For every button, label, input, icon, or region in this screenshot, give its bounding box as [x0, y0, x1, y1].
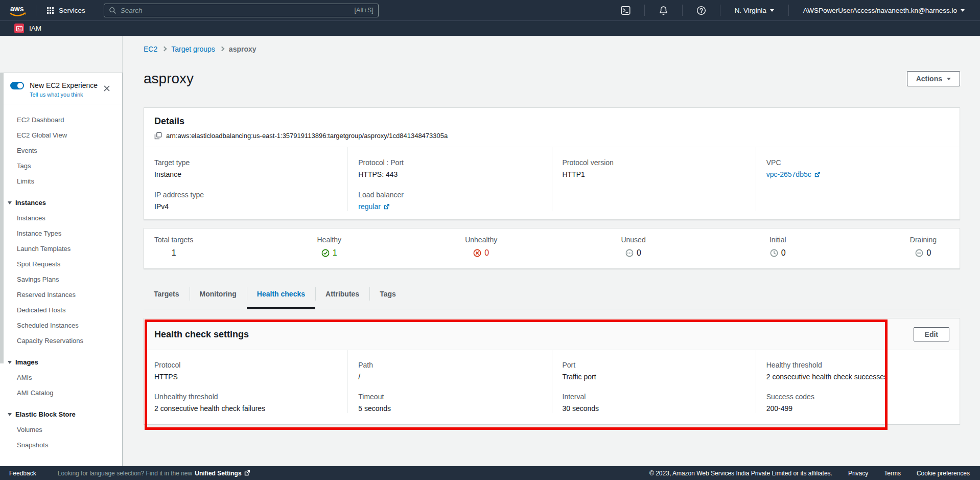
draining-minus-circle-icon	[915, 249, 923, 257]
details-card: Details arn:aws:elasticloadbalancing:us-…	[144, 107, 960, 220]
tab-attributes[interactable]: Attributes	[315, 279, 369, 309]
notifications-button[interactable]	[652, 6, 675, 15]
breadcrumb-target-groups-link[interactable]: Target groups	[171, 45, 215, 53]
sidebar-item-reserved-instances[interactable]: Reserved Instances	[0, 287, 122, 303]
cookie-preferences-link[interactable]: Cookie preferences	[917, 470, 970, 477]
actions-button[interactable]: Actions	[907, 71, 960, 86]
sidebar-item-savings-plans[interactable]: Savings Plans	[0, 272, 122, 287]
tab-targets[interactable]: Targets	[144, 279, 190, 309]
summary-label: Total targets	[154, 236, 193, 244]
help-button[interactable]	[690, 6, 713, 15]
sidebar-item-dedicated-hosts[interactable]: Dedicated Hosts	[0, 303, 122, 318]
sidebar-item-ec2-global-view[interactable]: EC2 Global View	[0, 128, 122, 143]
summary-label: Initial	[769, 236, 786, 244]
svg-text:aws: aws	[10, 5, 24, 13]
unhealthy-x-circle-icon	[473, 249, 481, 257]
external-link-icon	[244, 470, 250, 476]
cloudshell-button[interactable]	[614, 6, 637, 15]
edit-button-label: Edit	[925, 330, 938, 338]
nav-divider	[682, 5, 683, 16]
field-value: 30 seconds	[563, 404, 745, 413]
timeout-field: Timeout 5 seconds	[358, 392, 541, 413]
feedback-link[interactable]: Feedback	[9, 470, 36, 477]
unified-settings-link[interactable]: Unified Settings	[195, 470, 250, 477]
sidebar-item-volumes[interactable]: Volumes	[0, 422, 122, 438]
new-experience-toggle[interactable]	[10, 82, 24, 89]
services-menu-button[interactable]: Services	[43, 5, 88, 16]
search-placeholder: Search	[121, 7, 143, 14]
unused-count: 0	[637, 248, 641, 258]
sidebar-scrollbar[interactable]	[0, 73, 4, 363]
favorites-bar: IAM	[0, 20, 980, 36]
sidebar-item-ami-catalog[interactable]: AMI Catalog	[0, 385, 122, 401]
field-label: Protocol version	[563, 158, 745, 167]
sidebar-item-amis[interactable]: AMIs	[0, 370, 122, 385]
aws-logo[interactable]: aws	[7, 4, 29, 17]
favorite-iam-link[interactable]: IAM	[14, 24, 41, 33]
services-label: Services	[59, 7, 85, 14]
load-balancer-field: Load balancer regular	[358, 190, 541, 211]
details-column-1: Target type Instance IP address type IPv…	[144, 147, 347, 211]
language-hint-text: Looking for language selection? Find it …	[58, 470, 193, 477]
draining-count: 0	[926, 248, 931, 258]
vpc-link[interactable]: vpc-2657db5c	[766, 170, 821, 179]
sidebar-item-spot-requests[interactable]: Spot Requests	[0, 257, 122, 272]
sidebar-item-launch-templates[interactable]: Launch Templates	[0, 241, 122, 257]
field-value: Instance	[154, 170, 337, 179]
field-value: /	[358, 372, 541, 381]
unhealthy-count: 0	[484, 248, 489, 258]
ip-address-type-field: IP address type IPv4	[154, 190, 337, 211]
sidebar-section-instances[interactable]: Instances	[0, 195, 122, 211]
sidebar-item-limits[interactable]: Limits	[0, 174, 122, 189]
copy-arn-button[interactable]	[154, 132, 162, 140]
aws-console-screen: aws Services Search [Alt+S]	[0, 0, 980, 480]
summary-label: Unused	[621, 236, 645, 244]
details-title: Details	[154, 115, 949, 127]
footer-right-group: © 2023, Amazon Web Services India Privat…	[649, 470, 970, 477]
bell-icon	[659, 6, 668, 15]
privacy-link[interactable]: Privacy	[848, 470, 868, 477]
tell-us-link[interactable]: Tell us what you think	[30, 92, 113, 98]
field-value: 5 seconds	[358, 404, 541, 413]
terms-link[interactable]: Terms	[884, 470, 901, 477]
sidebar-item-scheduled-instances[interactable]: Scheduled Instances	[0, 318, 122, 333]
global-search-input[interactable]: Search [Alt+S]	[104, 4, 379, 17]
field-value: HTTPS: 443	[358, 170, 541, 179]
search-icon	[109, 7, 116, 14]
health-check-settings-title: Health check settings	[154, 328, 249, 340]
field-value: HTTP1	[563, 170, 745, 179]
healthy-check-circle-icon	[321, 249, 330, 257]
health-check-column-2: Path / Timeout 5 seconds	[347, 350, 551, 413]
sidebar-item-instance-types[interactable]: Instance Types	[0, 226, 122, 241]
close-banner-button[interactable]	[103, 84, 111, 93]
field-label: Protocol	[154, 360, 337, 370]
sidebar-item-snapshots[interactable]: Snapshots	[0, 438, 122, 453]
tab-tags[interactable]: Tags	[369, 279, 406, 309]
field-label: IP address type	[154, 190, 337, 199]
sidebar-item-tags[interactable]: Tags	[0, 158, 122, 174]
target-group-arn: arn:aws:elasticloadbalancing:us-east-1:3…	[166, 132, 448, 140]
breadcrumb-chevron-icon	[162, 46, 167, 51]
account-menu[interactable]: AWSPowerUserAccess/navaneeth.kn@harness.…	[796, 7, 972, 14]
sidebar-item-capacity-reservations[interactable]: Capacity Reservations	[0, 333, 122, 349]
sidebar-item-events[interactable]: Events	[0, 143, 122, 158]
breadcrumb-current: asproxy	[229, 45, 256, 53]
health-check-card-header: Health check settings Edit	[144, 318, 960, 350]
aws-logo-icon: aws	[7, 4, 29, 17]
load-balancer-link[interactable]: regular	[358, 202, 390, 211]
main-content: EC2 Target groups asproxy asproxy Action…	[123, 36, 980, 466]
region-selector[interactable]: N. Virginia	[728, 7, 781, 14]
tab-monitoring[interactable]: Monitoring	[190, 279, 247, 309]
sidebar-section-elastic-block-store[interactable]: Elastic Block Store	[0, 407, 122, 422]
tab-health-checks[interactable]: Health checks	[247, 279, 315, 309]
edit-button[interactable]: Edit	[914, 327, 949, 341]
sidebar-item-instances[interactable]: Instances	[0, 211, 122, 226]
external-link-icon	[383, 203, 390, 210]
unhealthy-summary: Unhealthy 0	[465, 236, 497, 268]
sidebar-item-ec2-dashboard[interactable]: EC2 Dashboard	[0, 112, 122, 128]
details-fields-grid: Target type Instance IP address type IPv…	[144, 147, 960, 211]
breadcrumb-ec2-link[interactable]: EC2	[144, 45, 157, 53]
sidebar-section-images[interactable]: Images	[0, 355, 122, 370]
new-experience-title: New EC2 Experience	[30, 81, 98, 89]
targets-summary-card: Total targets 1 Healthy 1 Unhealthy 0	[144, 228, 960, 269]
